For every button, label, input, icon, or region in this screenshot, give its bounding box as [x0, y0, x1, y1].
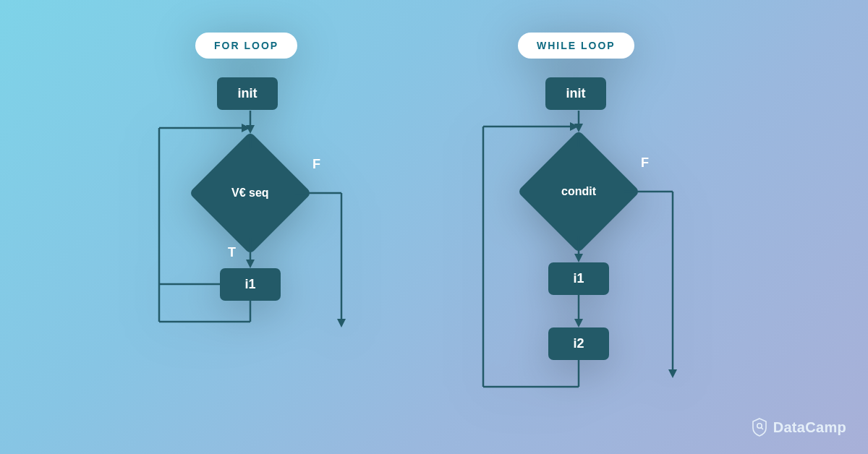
svg-line-30 — [761, 427, 763, 429]
while-connectors — [448, 33, 709, 408]
for-loop-diagram: FOR LOOP init V€ seq F T i1 — [130, 33, 376, 336]
svg-marker-4 — [246, 260, 255, 268]
svg-marker-23 — [668, 369, 677, 378]
while-loop-diagram: WHILE LOOP init condit F i1 i2 — [448, 33, 709, 408]
brand-name: DataCamp — [773, 419, 846, 436]
svg-marker-20 — [574, 319, 583, 327]
for-connectors — [130, 33, 376, 336]
datacamp-logo: DataCamp — [752, 418, 846, 437]
svg-marker-7 — [337, 319, 346, 327]
shield-icon — [752, 418, 767, 437]
svg-marker-18 — [574, 254, 583, 262]
